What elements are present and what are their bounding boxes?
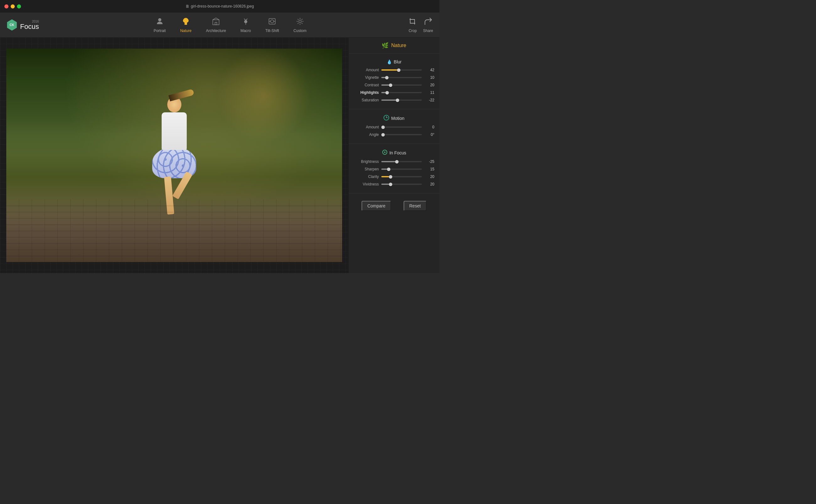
tool-tiltshift[interactable]: Tilt-Shift — [260, 15, 285, 35]
minimize-button[interactable] — [11, 4, 15, 8]
motion-header: Motion — [349, 112, 439, 123]
crop-label: Crop — [409, 29, 417, 33]
vividness-label: Vividness — [354, 182, 379, 186]
blur-amount-label: Amount — [354, 68, 379, 72]
clarity-label: Clarity — [354, 174, 379, 179]
maximize-button[interactable] — [17, 4, 21, 8]
tool-custom-label: Custom — [293, 29, 306, 33]
tool-nature-label: Nature — [180, 29, 191, 33]
vignette-slider[interactable] — [381, 77, 422, 78]
vividness-row: Vividness 20 — [349, 180, 439, 188]
custom-icon — [296, 17, 304, 27]
saturation-value: -22 — [424, 98, 434, 102]
infocus-title: In Focus — [389, 150, 406, 155]
saturation-label: Saturation — [354, 98, 379, 102]
tool-portrait[interactable]: Portrait — [148, 15, 171, 35]
photo-frame — [6, 49, 342, 262]
contrast-slider[interactable] — [381, 84, 422, 86]
sharpen-row: Sharpen 15 — [349, 165, 439, 173]
infocus-icon — [382, 149, 388, 156]
angle-value: 0° — [424, 132, 434, 137]
architecture-icon — [212, 17, 220, 27]
tool-tiltshift-label: Tilt-Shift — [266, 29, 279, 33]
clarity-slider[interactable] — [381, 176, 422, 177]
highlights-row: Highlights 11 — [349, 89, 439, 96]
vividness-slider[interactable] — [381, 184, 422, 185]
motion-amount-slider[interactable] — [381, 126, 422, 128]
portrait-icon — [156, 17, 164, 27]
angle-slider[interactable] — [381, 134, 422, 135]
blur-title: Blur — [394, 59, 402, 64]
blur-icon: 💧 — [387, 59, 392, 64]
vignette-label: Vignette — [354, 75, 379, 80]
tool-architecture[interactable]: Architecture — [200, 15, 232, 35]
share-button[interactable]: Share — [423, 17, 433, 33]
tool-macro[interactable]: Macro — [235, 15, 256, 35]
nav-tools: Portrait Nature Architecture — [51, 15, 409, 35]
sidebar-section-header: 🌿 Nature — [349, 38, 439, 52]
sharpen-slider[interactable] — [381, 169, 422, 170]
title-filename: girl-dress-bounce-nature-160826.jpeg — [185, 4, 254, 8]
toolbar: CK 2016 Focus Portrait — [0, 13, 439, 38]
macro-icon — [242, 17, 250, 27]
tool-custom[interactable]: Custom — [288, 15, 312, 35]
titlebar: girl-dress-bounce-nature-160826.jpeg — [0, 0, 439, 13]
saturation-slider[interactable] — [381, 99, 422, 101]
crop-button[interactable]: Crop — [409, 17, 417, 33]
contrast-row: Contrast 20 — [349, 81, 439, 89]
tool-nature[interactable]: Nature — [174, 15, 197, 35]
logo-area: CK 2016 Focus — [6, 19, 39, 31]
vignette-row: Vignette 10 — [349, 74, 439, 81]
share-icon — [424, 17, 432, 27]
angle-row: Angle 0° — [349, 131, 439, 138]
window-controls[interactable] — [0, 4, 21, 8]
highlights-slider[interactable] — [381, 92, 422, 93]
sharpen-value: 15 — [424, 167, 434, 171]
infocus-header: In Focus — [349, 147, 439, 158]
crop-icon — [409, 17, 417, 27]
blur-subsection: 💧 Blur Amount 42 Vignette 10 Contrast 20 — [349, 55, 439, 108]
svg-rect-3 — [215, 22, 217, 25]
sidebar-section-title: Nature — [391, 43, 406, 48]
share-label: Share — [423, 29, 433, 33]
svg-point-0 — [158, 18, 161, 21]
sidebar: 🌿 Nature 💧 Blur Amount 42 Vignette 10 — [348, 38, 439, 273]
blur-amount-slider[interactable] — [381, 69, 422, 71]
motion-title: Motion — [391, 116, 404, 121]
tool-macro-label: Macro — [240, 29, 251, 33]
angle-label: Angle — [354, 132, 379, 137]
brightness-label: Brightness — [354, 159, 379, 164]
tool-portrait-label: Portrait — [153, 29, 166, 33]
svg-point-4 — [244, 20, 247, 23]
nature-icon — [182, 17, 190, 27]
nature-section-icon: 🌿 — [382, 42, 389, 49]
logo-text: 2016 Focus — [20, 20, 39, 30]
motion-amount-row: Amount 0 — [349, 123, 439, 131]
clarity-value: 20 — [424, 174, 434, 179]
image-area — [0, 38, 348, 273]
brightness-row: Brightness -25 — [349, 158, 439, 165]
svg-point-10 — [299, 20, 301, 23]
infocus-subsection: In Focus Brightness -25 Sharpen 15 Clari… — [349, 145, 439, 192]
motion-subsection: Motion Amount 0 Angle 0° — [349, 110, 439, 142]
blur-header: 💧 Blur — [349, 57, 439, 66]
compare-button[interactable]: Compare — [362, 201, 391, 211]
svg-point-7 — [271, 20, 274, 23]
main-content: 🌿 Nature 💧 Blur Amount 42 Vignette 10 — [0, 38, 439, 273]
close-button[interactable] — [4, 4, 8, 8]
contrast-label: Contrast — [354, 83, 379, 87]
blur-amount-value: 42 — [424, 68, 434, 72]
toolbar-right: Crop Share — [409, 17, 433, 33]
contrast-value: 20 — [424, 83, 434, 87]
blur-amount-row: Amount 42 — [349, 66, 439, 74]
brightness-slider[interactable] — [381, 161, 422, 162]
logo-icon: CK — [6, 19, 18, 31]
brightness-value: -25 — [424, 159, 434, 164]
motion-icon — [384, 115, 389, 121]
saturation-row: Saturation -22 — [349, 96, 439, 104]
vignette-value: 10 — [424, 75, 434, 80]
motion-amount-label: Amount — [354, 125, 379, 129]
tool-architecture-label: Architecture — [206, 29, 226, 33]
motion-amount-value: 0 — [424, 125, 434, 129]
reset-button[interactable]: Reset — [404, 201, 427, 211]
